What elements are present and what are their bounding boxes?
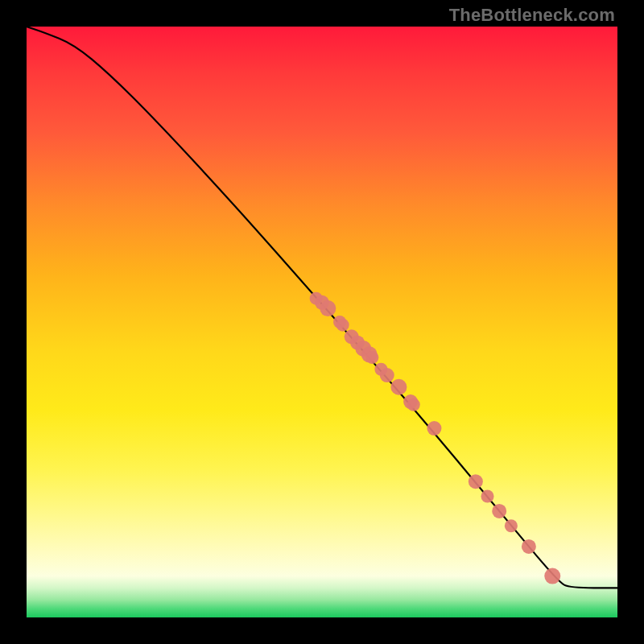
data-point	[427, 421, 441, 436]
data-point	[320, 300, 336, 316]
data-point	[365, 351, 378, 364]
data-point	[522, 539, 536, 554]
data-point	[336, 319, 349, 332]
data-point	[505, 519, 518, 532]
data-point	[380, 368, 394, 382]
data-point	[492, 504, 506, 518]
chart-frame: TheBottleneck.com	[0, 0, 644, 644]
data-point	[544, 568, 560, 584]
data-point	[469, 474, 483, 489]
watermark-text: TheBottleneck.com	[449, 5, 615, 26]
plot-area	[27, 27, 617, 617]
data-point	[407, 398, 420, 411]
data-point	[481, 490, 494, 503]
data-point	[390, 379, 407, 395]
chart-svg	[27, 27, 617, 617]
